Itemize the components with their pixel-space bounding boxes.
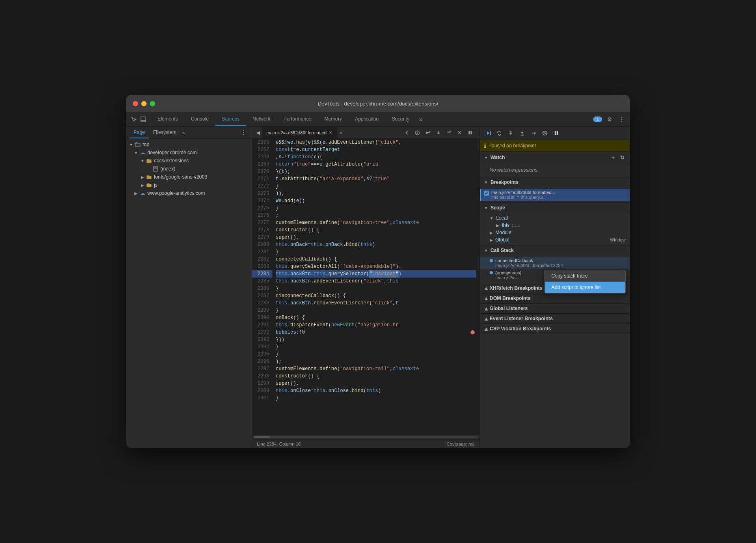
section-event-listeners-header[interactable]: ▶ Event Listener Breakpoints [480, 314, 630, 323]
tree-item-index[interactable]: (index) [126, 165, 252, 173]
tab-memory[interactable]: Memory [318, 112, 348, 126]
tree-menu-icon[interactable]: ⋮ [239, 129, 248, 136]
deactivate-breakpoints-icon[interactable] [455, 128, 464, 137]
code-line-2299: super(), [276, 380, 476, 387]
context-menu-copy-stack[interactable]: Copy stack trace [545, 270, 625, 282]
main-tabs: Elements Console Sources Network Perform… [151, 112, 590, 126]
context-menu-ignore-script[interactable]: Add script to ignore list [545, 282, 625, 293]
pause-icon[interactable] [466, 128, 475, 137]
line-num-2289: 2289 [252, 307, 272, 314]
tree-item-docs[interactable]: ▼ docs/extensions [126, 157, 252, 165]
tab-network[interactable]: Network [246, 112, 277, 126]
line-num-2274: 2274 [252, 197, 272, 205]
maximize-button[interactable] [150, 101, 155, 106]
step-dbg-icon[interactable] [529, 128, 538, 138]
scope-global[interactable]: ▶ Global Window [480, 236, 630, 243]
cursor-tool-icon[interactable] [130, 115, 138, 123]
tree-item-fonts[interactable]: ▶ fonts/google-sans-v2003 [126, 173, 252, 181]
settings-icon[interactable]: ⚙ [605, 114, 614, 124]
code-line-2298: constructor() { [276, 373, 476, 380]
tab-elements[interactable]: Elements [151, 112, 184, 126]
format-icon[interactable] [413, 128, 422, 137]
step-into-dbg-icon[interactable] [506, 128, 516, 138]
resume-icon[interactable] [483, 128, 493, 138]
status-bar: Line 2284, Column 16 Coverage: n/a [252, 439, 480, 448]
scope-this-arrow-icon: ▶ [496, 223, 499, 228]
tree-item-top[interactable]: ▼ top [126, 140, 252, 149]
scope-this[interactable]: ▶ this : … [480, 222, 630, 229]
tab-security[interactable]: Security [385, 112, 416, 126]
code-line-2300: this.onClose = this.onClose.bind(this) [276, 387, 476, 394]
call-stack-label: Call Stack [490, 248, 514, 253]
step-over-icon[interactable] [423, 128, 432, 137]
pause-on-exception-icon[interactable] [551, 128, 561, 138]
tab-overflow-button[interactable]: » [416, 112, 426, 126]
section-scope-header[interactable]: ▼ Scope [480, 203, 630, 213]
code-line-2275: } [276, 205, 476, 212]
refresh-watch-icon[interactable]: ↻ [618, 154, 626, 161]
line-num-2288: 2288 [252, 300, 272, 307]
section-global-header[interactable]: ▶ Global Listeners [480, 304, 630, 313]
line-num-2282: 2282 [252, 256, 272, 263]
line-num-2281: 2281 [252, 248, 272, 256]
minimize-button[interactable] [141, 101, 147, 106]
section-csp-header[interactable]: ▶ CSP Violation Breakpoints [480, 324, 630, 334]
code-line-2272: } [276, 183, 476, 190]
step-over-dbg-icon[interactable] [495, 128, 504, 138]
editor-tab-overflow[interactable]: » [337, 130, 345, 136]
breakpoint-code-0: this.backBtn = this.queryS... [491, 195, 626, 200]
code-content[interactable]: e && !we.has(e) && (e.addEventListener("… [272, 139, 480, 435]
section-event-listeners: ▶ Event Listener Breakpoints [480, 314, 630, 324]
close-button[interactable] [133, 101, 138, 106]
tree-label-js: js [154, 182, 158, 188]
sub-tab-page[interactable]: Page [130, 127, 149, 138]
breakpoint-item-0[interactable]: main.js?v=e382d86f:formatted:... this.ba… [480, 189, 630, 201]
call-stack-item-0[interactable]: connectedCallback main.js?v=e382d...form… [480, 257, 630, 269]
deactivate-all-breakpoints-icon[interactable] [540, 128, 550, 138]
svg-rect-13 [469, 131, 470, 134]
jump-icon[interactable] [445, 128, 454, 137]
breakpoints-label: Breakpoints [490, 179, 518, 185]
editor-tab-prev-icon[interactable]: ◀ [254, 130, 262, 136]
line-num-2295: 2295 [252, 351, 272, 358]
tree-arrow-index [146, 166, 152, 172]
scope-local[interactable]: ▼ Local [480, 214, 630, 222]
scope-module[interactable]: ▶ Module [480, 229, 630, 236]
tree-item-chrome[interactable]: ▼ ☁ developer.chrome.com [126, 149, 252, 157]
cloud-icon-analytics: ☁ [139, 190, 146, 196]
breakpoint-checkbox-0[interactable] [484, 191, 489, 196]
cloud-icon-chrome: ☁ [139, 149, 146, 156]
editor-toolbar [399, 128, 478, 137]
section-dom-header[interactable]: ▶ DOM Breakpoints [480, 293, 630, 303]
editor-nav-back-icon[interactable] [402, 128, 411, 137]
tab-console[interactable]: Console [184, 112, 215, 126]
step-into-icon[interactable] [434, 128, 443, 137]
tab-application[interactable]: Application [348, 112, 385, 126]
svg-rect-21 [557, 131, 558, 135]
add-watch-icon[interactable]: + [609, 154, 617, 161]
tab-performance[interactable]: Performance [277, 112, 318, 126]
editor-tab-close-icon[interactable]: × [329, 130, 332, 135]
scrollbar-thumb[interactable] [254, 436, 270, 438]
line-num-2299: 2299 [252, 380, 272, 387]
sub-tab-overflow[interactable]: » [180, 130, 188, 136]
tree-item-js[interactable]: ▶ js [126, 181, 252, 189]
section-breakpoints-header[interactable]: ▼ Breakpoints [480, 177, 630, 187]
code-line-2281: } [276, 248, 476, 256]
editor-tab-main[interactable]: main.js?v=e382d86f:formatted × [262, 127, 337, 138]
tree-arrow-top: ▼ [128, 141, 134, 148]
scope-module-name: Module [495, 230, 511, 235]
tab-sources[interactable]: Sources [215, 112, 246, 126]
global-label: Global Listeners [490, 306, 528, 311]
section-call-stack-header[interactable]: ▼ Call Stack [480, 246, 630, 255]
section-breakpoints: ▼ Breakpoints main.js?v=e382d86f:formatt… [480, 177, 630, 203]
step-out-dbg-icon[interactable] [517, 128, 527, 138]
drawer-toggle-icon[interactable] [139, 115, 147, 123]
sub-tab-filesystem[interactable]: Filesystem [149, 127, 180, 138]
horizontal-scrollbar[interactable] [252, 435, 480, 439]
tree-item-analytics[interactable]: ▶ ☁ www.google-analytics.com [126, 189, 252, 197]
section-watch-header[interactable]: ▼ Watch + ↻ [480, 152, 630, 163]
svg-line-19 [543, 131, 546, 135]
more-options-icon[interactable]: ⋮ [617, 114, 626, 124]
tree-label-fonts: fonts/google-sans-v2003 [154, 174, 207, 180]
